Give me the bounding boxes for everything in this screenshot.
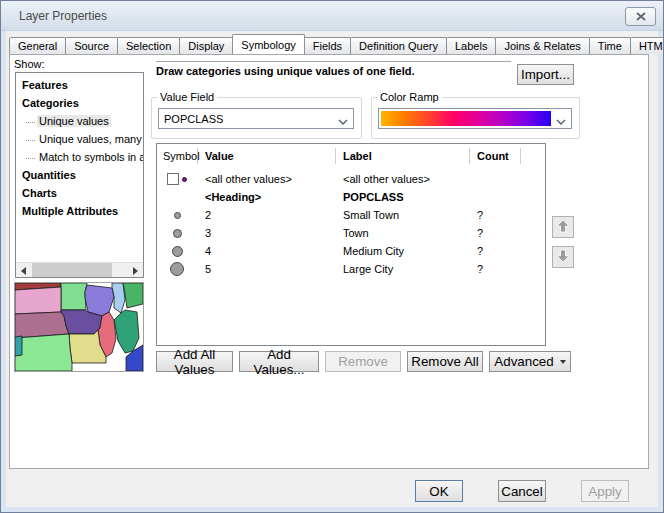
tree-item-label: Match to symbols in a xyxy=(37,151,143,163)
tree-item-unique-values[interactable]: Unique values xyxy=(16,112,143,130)
tree-item-label: Multiple Attributes xyxy=(22,205,118,217)
tab-joins-relates[interactable]: Joins & Relates xyxy=(495,37,589,54)
color-ramp-group: Color Ramp xyxy=(371,97,580,139)
tree-item-label: Quantities xyxy=(22,169,76,181)
color-ramp-dropdown[interactable] xyxy=(378,108,572,129)
advanced-button[interactable]: Advanced xyxy=(489,351,571,372)
title-bar[interactable]: Layer Properties xyxy=(1,1,663,31)
tab-html-popup[interactable]: HTML Popup xyxy=(630,37,664,54)
table-row[interactable]: 3Town? xyxy=(157,224,545,242)
value-cell: 3 xyxy=(205,224,211,242)
scroll-left-arrow-icon[interactable] xyxy=(16,263,31,278)
label-cell: POPCLASS xyxy=(343,188,404,206)
value-cell: 2 xyxy=(205,206,211,224)
count-cell: ? xyxy=(477,260,483,278)
tree-horizontal-scrollbar[interactable] xyxy=(16,262,143,277)
value-cell: 4 xyxy=(205,242,211,260)
remove-button[interactable]: Remove xyxy=(325,351,401,372)
tab-strip: GeneralSourceSelectionDisplaySymbologyFi… xyxy=(9,37,664,54)
value-field-dropdown[interactable]: POPCLASS xyxy=(158,108,354,129)
label-cell: Town xyxy=(343,224,369,242)
column-header-label: Label xyxy=(343,150,372,162)
point-symbol[interactable] xyxy=(172,246,183,257)
tab-labels[interactable]: Labels xyxy=(446,37,496,54)
count-cell: ? xyxy=(477,224,483,242)
close-icon xyxy=(636,11,646,23)
tree-item-label: Features xyxy=(22,79,68,91)
table-row[interactable]: <Heading>POPCLASS xyxy=(157,188,545,206)
tab-time[interactable]: Time xyxy=(589,37,631,54)
layer-properties-dialog: Layer Properties GeneralSourceSelectionD… xyxy=(0,0,664,513)
show-tree: FeaturesCategoriesUnique valuesUnique va… xyxy=(15,72,144,278)
tab-selection[interactable]: Selection xyxy=(117,37,180,54)
tree-item-label: Unique values xyxy=(37,115,111,127)
tree-item-label: Categories xyxy=(22,97,79,109)
scroll-right-arrow-icon[interactable] xyxy=(128,263,143,278)
tree-item-categories[interactable]: Categories xyxy=(16,94,143,112)
tree-line xyxy=(26,122,35,123)
point-symbol[interactable] xyxy=(182,177,187,182)
table-row[interactable]: 4Medium City? xyxy=(157,242,545,260)
cancel-button[interactable]: Cancel xyxy=(498,480,546,502)
value-cell: <Heading> xyxy=(205,188,261,206)
point-symbol[interactable] xyxy=(173,229,182,238)
move-down-button[interactable] xyxy=(552,246,574,268)
label-cell: Small Town xyxy=(343,206,399,224)
symbol-cell xyxy=(157,206,197,224)
tree-item-multiple-attributes[interactable]: Multiple Attributes xyxy=(16,202,143,220)
value-field-label: Value Field xyxy=(157,91,217,103)
ok-button[interactable]: OK xyxy=(415,480,463,502)
tree-item-label: Unique values, many xyxy=(37,133,143,145)
tree-item-charts[interactable]: Charts xyxy=(16,184,143,202)
tab-symbology[interactable]: Symbology xyxy=(232,34,304,54)
value-field-group: Value Field POPCLASS xyxy=(151,97,362,139)
table-row[interactable]: <all other values><all other values> xyxy=(157,170,545,188)
column-header-symbol: Symbol xyxy=(163,150,200,162)
color-ramp-label: Color Ramp xyxy=(377,91,442,103)
point-symbol[interactable] xyxy=(170,262,184,276)
tab-source[interactable]: Source xyxy=(65,37,118,54)
tab-general[interactable]: General xyxy=(9,37,66,54)
symbol-cell xyxy=(157,170,197,188)
tab-fields[interactable]: Fields xyxy=(304,37,351,54)
all-other-values-checkbox[interactable] xyxy=(167,173,179,185)
value-cell: 5 xyxy=(205,260,211,278)
label-cell: <all other values> xyxy=(343,170,430,188)
tab-display[interactable]: Display xyxy=(179,37,233,54)
symbol-cell xyxy=(157,224,197,242)
scrollbar-thumb[interactable] xyxy=(32,263,112,278)
tab-definition-query[interactable]: Definition Query xyxy=(350,37,447,54)
add-all-values-button[interactable]: Add All Values xyxy=(156,351,233,372)
up-arrow-icon xyxy=(555,218,571,236)
color-ramp-swatch xyxy=(381,111,551,126)
label-cell: Large City xyxy=(343,260,393,278)
chevron-down-icon xyxy=(556,116,566,128)
table-header: SymbolValueLabelCount xyxy=(157,144,545,170)
apply-button[interactable]: Apply xyxy=(581,480,629,502)
add-values-button[interactable]: Add Values... xyxy=(239,351,319,372)
table-row[interactable]: 2Small Town? xyxy=(157,206,545,224)
method-description: Draw categories using unique values of o… xyxy=(156,65,415,77)
tree-item-match-to-symbols-in-a[interactable]: Match to symbols in a xyxy=(16,148,143,166)
import-button[interactable]: Import... xyxy=(517,64,574,85)
close-button[interactable] xyxy=(625,7,656,26)
column-header-value: Value xyxy=(205,150,234,162)
tree-line xyxy=(26,140,35,141)
count-cell: ? xyxy=(477,206,483,224)
value-cell: <all other values> xyxy=(205,170,292,188)
window-title: Layer Properties xyxy=(19,9,107,23)
remove-all-button[interactable]: Remove All xyxy=(407,351,483,372)
dropdown-arrow-icon xyxy=(560,360,566,364)
unique-values-table: SymbolValueLabelCount <all other values>… xyxy=(156,143,546,346)
tree-item-quantities[interactable]: Quantities xyxy=(16,166,143,184)
table-row[interactable]: 5Large City? xyxy=(157,260,545,278)
point-symbol[interactable] xyxy=(174,212,181,219)
label-cell: Medium City xyxy=(343,242,404,260)
tree-line xyxy=(26,158,35,159)
down-arrow-icon xyxy=(555,248,571,266)
move-up-button[interactable] xyxy=(552,216,574,238)
tree-item-unique-values-many[interactable]: Unique values, many xyxy=(16,130,143,148)
symbol-cell xyxy=(157,242,197,260)
tree-item-features[interactable]: Features xyxy=(16,76,143,94)
show-label: Show: xyxy=(14,58,45,70)
